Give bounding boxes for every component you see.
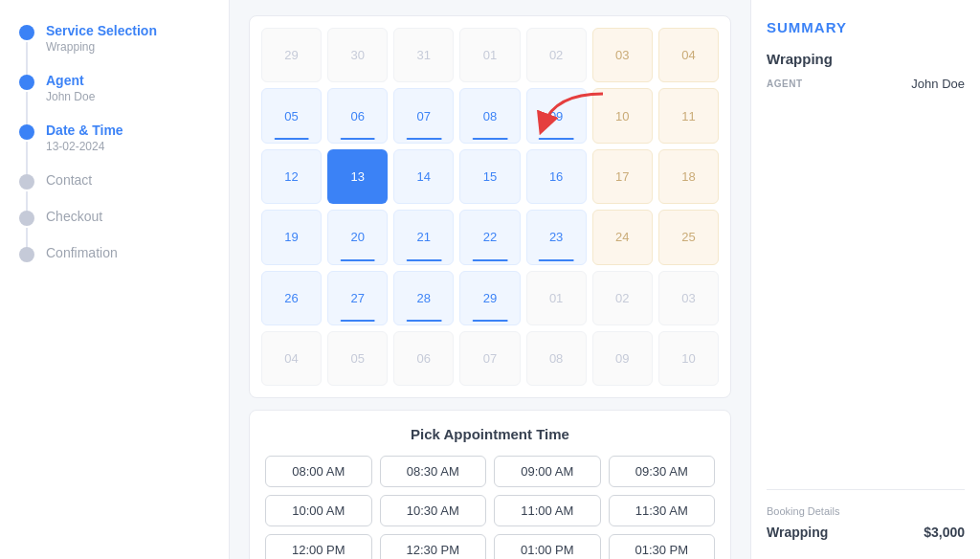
step-content-confirmation: Confimation <box>46 245 118 260</box>
cal-day-6[interactable]: 04 <box>658 28 719 82</box>
cal-day-26[interactable]: 24 <box>592 210 653 264</box>
sidebar-step-agent[interactable]: AgentJohn Doe <box>19 73 210 103</box>
cal-day-39: 08 <box>526 331 587 386</box>
step-dot-date-time <box>19 124 34 140</box>
cal-day-40: 09 <box>592 331 653 386</box>
step-subtitle-agent: John Doe <box>46 90 95 103</box>
step-subtitle-date-time: 13-02-2024 <box>46 140 123 153</box>
cal-day-14[interactable]: 12 <box>261 149 322 204</box>
cal-day-5[interactable]: 03 <box>592 28 653 82</box>
step-title-confirmation: Confimation <box>46 245 118 260</box>
cal-day-25[interactable]: 23 <box>526 210 587 264</box>
sidebar-step-service-selection[interactable]: Service SelectionWrapping <box>19 23 210 54</box>
cal-day-10[interactable]: 08 <box>459 88 520 143</box>
booking-row: Wrapping $3,000 <box>767 525 965 540</box>
cal-day-33: 02 <box>592 271 653 325</box>
cal-day-13[interactable]: 11 <box>658 88 719 143</box>
booking-price: $3,000 <box>924 525 965 540</box>
sidebar-step-date-time[interactable]: Date & Time13-02-2024 <box>19 123 210 153</box>
summary-title: SUMMARY <box>767 19 965 35</box>
main-content: 2930310102030405060708091011121314151617… <box>230 0 750 559</box>
step-dot-agent <box>19 75 34 90</box>
cal-day-29[interactable]: 27 <box>327 271 388 325</box>
cal-day-16[interactable]: 14 <box>393 149 454 204</box>
step-title-checkout: Checkout <box>46 209 102 224</box>
sidebar-step-confirmation: Confimation <box>19 245 210 262</box>
cal-day-9[interactable]: 07 <box>393 88 454 143</box>
step-dot-contact <box>19 174 34 190</box>
calendar-grid: 2930310102030405060708091011121314151617… <box>261 28 719 386</box>
summary-panel: SUMMARY Wrapping AGENT John Doe Booking … <box>750 0 980 559</box>
cal-day-34: 03 <box>658 271 719 325</box>
step-content-agent: AgentJohn Doe <box>46 73 95 103</box>
cal-day-12[interactable]: 10 <box>592 88 653 143</box>
calendar: 2930310102030405060708091011121314151617… <box>249 15 731 398</box>
cal-day-18[interactable]: 16 <box>526 149 587 204</box>
time-slot-11[interactable]: 01:30 PM <box>609 534 716 559</box>
time-slot-1[interactable]: 08:30 AM <box>380 456 487 487</box>
cal-day-15[interactable]: 13 <box>327 149 388 204</box>
cal-day-37: 06 <box>393 331 454 386</box>
cal-day-22[interactable]: 20 <box>327 210 388 264</box>
cal-day-30[interactable]: 28 <box>393 271 454 325</box>
summary-agent-row: AGENT John Doe <box>767 77 965 91</box>
cal-day-28[interactable]: 26 <box>261 271 322 325</box>
step-dot-service-selection <box>19 25 34 40</box>
cal-day-1: 30 <box>327 28 388 82</box>
cal-day-41: 10 <box>658 331 719 386</box>
step-title-service-selection: Service Selection <box>46 23 157 38</box>
step-title-contact: Contact <box>46 172 92 188</box>
time-section: Pick Appointment Time 08:00 AM08:30 AM09… <box>249 410 731 559</box>
sidebar-step-contact: Contact <box>19 172 210 190</box>
time-grid: 08:00 AM08:30 AM09:00 AM09:30 AM10:00 AM… <box>265 456 715 559</box>
cal-day-7[interactable]: 05 <box>261 88 322 143</box>
step-title-agent: Agent <box>46 73 95 88</box>
time-slot-3[interactable]: 09:30 AM <box>609 456 716 487</box>
summary-service: Wrapping <box>767 51 965 67</box>
time-picker-title: Pick Appointment Time <box>265 426 715 442</box>
sidebar: Service SelectionWrappingAgentJohn DoeDa… <box>0 0 230 559</box>
time-slot-0[interactable]: 08:00 AM <box>265 456 372 487</box>
time-slot-8[interactable]: 12:00 PM <box>265 534 372 559</box>
time-slot-10[interactable]: 01:00 PM <box>494 534 601 559</box>
time-slot-6[interactable]: 11:00 AM <box>494 495 601 526</box>
cal-day-8[interactable]: 06 <box>327 88 388 143</box>
agent-value: John Doe <box>911 77 965 91</box>
calendar-wrapper: 2930310102030405060708091011121314151617… <box>249 15 731 398</box>
time-slot-9[interactable]: 12:30 PM <box>380 534 487 559</box>
cal-day-27[interactable]: 25 <box>658 210 719 264</box>
cal-day-38: 07 <box>459 331 520 386</box>
cal-day-23[interactable]: 21 <box>393 210 454 264</box>
cal-day-21[interactable]: 19 <box>261 210 322 264</box>
cal-day-17[interactable]: 15 <box>459 149 520 204</box>
sidebar-step-checkout: Checkout <box>19 209 210 226</box>
step-dot-checkout <box>19 211 34 226</box>
cal-day-36: 05 <box>327 331 388 386</box>
cal-day-20[interactable]: 18 <box>658 149 719 204</box>
time-slot-4[interactable]: 10:00 AM <box>265 495 372 526</box>
step-content-date-time: Date & Time13-02-2024 <box>46 123 123 153</box>
agent-label: AGENT <box>767 78 803 89</box>
cal-day-32: 01 <box>526 271 587 325</box>
step-content-checkout: Checkout <box>46 209 102 224</box>
cal-day-31[interactable]: 29 <box>459 271 520 325</box>
cal-day-11[interactable]: 09 <box>526 88 587 143</box>
cal-day-19[interactable]: 17 <box>592 149 653 204</box>
step-dot-confirmation <box>19 247 34 262</box>
time-slot-7[interactable]: 11:30 AM <box>609 495 716 526</box>
cal-day-2: 31 <box>393 28 454 82</box>
cal-day-0: 29 <box>261 28 322 82</box>
cal-day-24[interactable]: 22 <box>459 210 520 264</box>
time-slot-5[interactable]: 10:30 AM <box>380 495 487 526</box>
step-subtitle-service-selection: Wrapping <box>46 40 157 54</box>
cal-day-35: 04 <box>261 331 322 386</box>
cal-day-3: 01 <box>459 28 520 82</box>
booking-details-label: Booking Details <box>767 505 965 517</box>
step-content-service-selection: Service SelectionWrapping <box>46 23 157 54</box>
time-slot-2[interactable]: 09:00 AM <box>494 456 601 487</box>
booking-service: Wrapping <box>767 525 828 540</box>
cal-day-4: 02 <box>526 28 587 82</box>
step-content-contact: Contact <box>46 172 92 188</box>
summary-divider <box>767 489 965 490</box>
step-title-date-time: Date & Time <box>46 123 123 138</box>
